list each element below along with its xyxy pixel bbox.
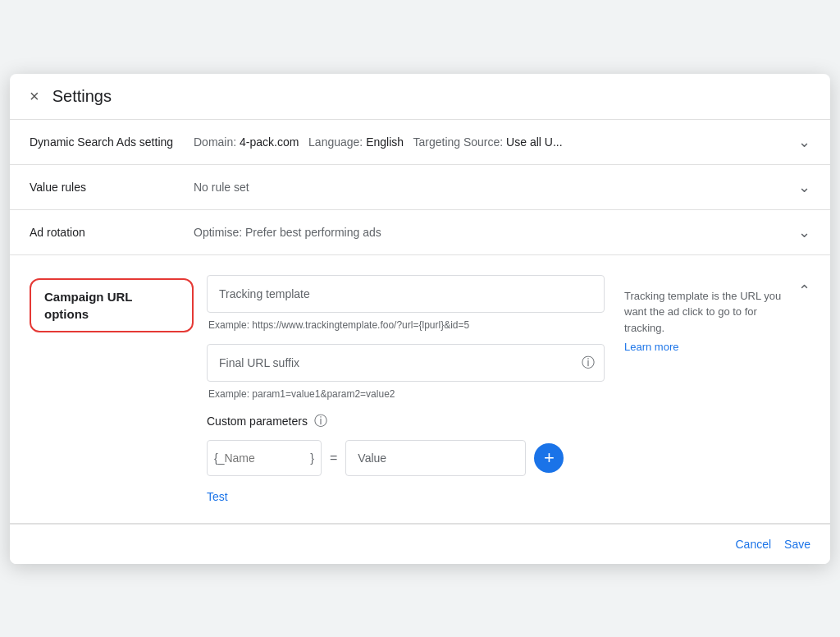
close-icon[interactable]: ×: [30, 87, 39, 106]
ad-rotation-label: Ad rotation: [30, 226, 194, 239]
campaign-url-section: Campaign URL options Example: https://ww…: [10, 255, 830, 524]
modal-body: Dynamic Search Ads setting Domain: 4-pac…: [10, 120, 830, 524]
modal-header: × Settings: [10, 74, 830, 120]
final-url-suffix-input[interactable]: [207, 344, 605, 382]
param-name-input[interactable]: [224, 451, 310, 465]
campaign-url-label-wrap: Campaign URL options: [30, 275, 194, 523]
cancel-button[interactable]: Cancel: [735, 538, 771, 551]
equals-sign: =: [330, 451, 337, 465]
value-rules-value: No rule set: [194, 181, 788, 194]
save-button[interactable]: Save: [784, 538, 810, 551]
setting-row-value-rules: Value rules No rule set ⌄: [10, 165, 830, 210]
modal-footer: Cancel Save: [10, 524, 830, 564]
tracking-template-input[interactable]: [207, 275, 605, 313]
value-rules-label: Value rules: [30, 181, 194, 194]
dynamic-ads-label: Dynamic Search Ads setting: [30, 135, 194, 149]
param-name-suffix: }: [310, 451, 314, 465]
modal-title: Settings: [52, 87, 112, 106]
tracking-template-wrap: [207, 275, 605, 313]
test-link[interactable]: Test: [207, 490, 228, 503]
ad-rotation-chevron[interactable]: ⌄: [798, 223, 810, 241]
setting-row-dynamic: Dynamic Search Ads setting Domain: 4-pac…: [10, 120, 830, 165]
campaign-url-chevron-up[interactable]: ⌃: [798, 282, 810, 300]
param-value-input[interactable]: [345, 440, 526, 476]
campaign-url-label: Campaign URL options: [30, 278, 194, 332]
learn-more-link[interactable]: Learn more: [624, 341, 678, 353]
ad-rotation-value: Optimise: Prefer best performing ads: [194, 226, 788, 239]
custom-params-row: {_ } = +: [207, 440, 605, 476]
final-url-example-text: Example: param1=value1&param2=value2: [207, 388, 605, 400]
param-name-wrap: {_ }: [207, 440, 322, 476]
custom-params-question-icon[interactable]: ⓘ: [314, 413, 327, 430]
final-url-question-icon[interactable]: ⓘ: [582, 354, 595, 371]
custom-params-label-text: Custom parameters: [207, 415, 308, 428]
sidebar-info-text: Tracking template is the URL you want th…: [624, 288, 785, 337]
chevron-up-wrap: ⌃: [792, 275, 810, 523]
dynamic-ads-value: Domain: 4-pack.com Language: English Tar…: [194, 135, 788, 149]
value-rules-chevron[interactable]: ⌄: [798, 178, 810, 196]
settings-modal: × Settings Dynamic Search Ads setting Do…: [10, 74, 830, 564]
setting-row-ad-rotation: Ad rotation Optimise: Prefer best perfor…: [10, 210, 830, 255]
param-name-prefix: {_: [214, 451, 224, 465]
campaign-url-sidebar: Tracking template is the URL you want th…: [611, 275, 792, 523]
tracking-example-text: Example: https://www.trackingtemplate.fo…: [207, 319, 605, 331]
final-url-suffix-wrap: ⓘ: [207, 344, 605, 382]
campaign-url-main: Example: https://www.trackingtemplate.fo…: [194, 275, 611, 523]
dynamic-ads-chevron[interactable]: ⌄: [798, 133, 810, 151]
custom-params-label-wrap: Custom parameters ⓘ: [207, 413, 605, 430]
add-param-button[interactable]: +: [534, 443, 564, 473]
